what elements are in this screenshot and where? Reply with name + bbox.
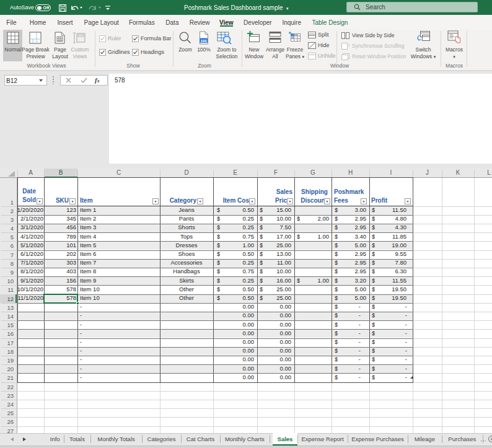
svg-text:100: 100 (200, 39, 207, 43)
